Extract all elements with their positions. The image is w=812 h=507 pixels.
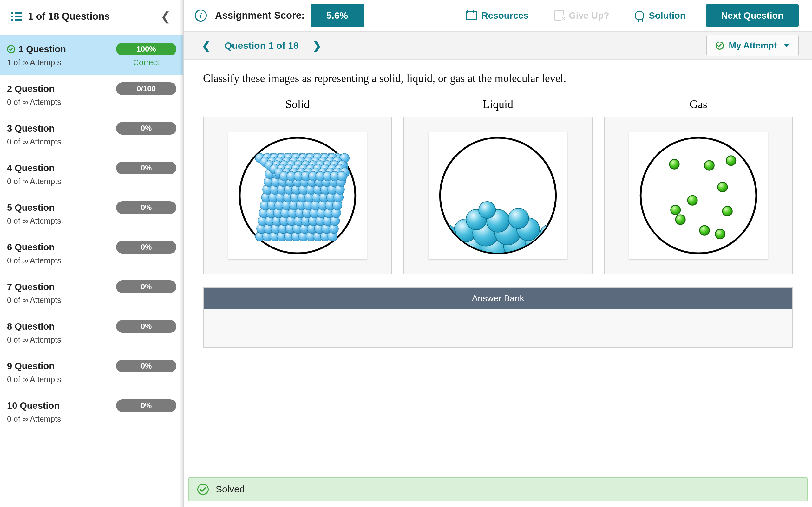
molecule-card-gas[interactable] bbox=[629, 132, 768, 259]
attempts-text: 0 of ∞ Attempts bbox=[7, 375, 176, 384]
next-question-arrow[interactable]: ❯ bbox=[304, 39, 329, 52]
list-icon bbox=[11, 12, 22, 21]
main: i Assignment Score: 5.6% Resources Give … bbox=[184, 0, 812, 507]
attempts-text: 0 of ∞ Attempts bbox=[7, 414, 176, 424]
svg-point-209 bbox=[722, 206, 732, 216]
question-name: 3 Question bbox=[7, 123, 116, 134]
sidebar: 1 of 18 Questions ❮ 1 Question 100% 1 of… bbox=[0, 0, 184, 507]
score-pill: 0% bbox=[116, 162, 176, 174]
assignment-score-value: 5.6% bbox=[310, 4, 364, 27]
attempts-text: 0 of ∞ Attempts bbox=[7, 335, 176, 344]
resources-button[interactable]: Resources bbox=[453, 0, 541, 31]
collapse-sidebar-button[interactable]: ❮ bbox=[157, 9, 174, 23]
question-list-item[interactable]: 2 Question 0/100 0 of ∞ Attempts bbox=[0, 75, 183, 114]
question-list-item[interactable]: 7 Question 0% 0 of ∞ Attempts bbox=[0, 273, 183, 313]
bulb-icon bbox=[635, 11, 644, 20]
attempts-text: 0 of ∞ Attempts bbox=[7, 216, 176, 226]
attempts-text: 0 of ∞ Attempts bbox=[7, 98, 176, 107]
molecule-card-solid[interactable] bbox=[228, 132, 367, 259]
status-label: Correct bbox=[116, 58, 176, 67]
svg-point-208 bbox=[676, 215, 685, 224]
caret-down-icon bbox=[784, 44, 790, 47]
score-pill: 0/100 bbox=[116, 82, 176, 95]
question-list-item[interactable]: 4 Question 0% 0 of ∞ Attempts bbox=[0, 154, 183, 193]
svg-point-200 bbox=[478, 202, 496, 218]
svg-point-198 bbox=[438, 224, 456, 244]
question-name: 4 Question bbox=[7, 163, 116, 173]
question-list-item[interactable]: 1 Question 100% 1 of ∞ Attempts Correct bbox=[0, 35, 183, 75]
score-pill: 0% bbox=[116, 360, 176, 372]
status-footer: Solved bbox=[189, 477, 808, 501]
attempts-text: 0 of ∞ Attempts bbox=[7, 177, 176, 186]
question-name: 5 Question bbox=[7, 203, 116, 213]
question-list-item[interactable]: 5 Question 0% 0 of ∞ Attempts bbox=[0, 193, 183, 233]
attempts-text: 1 of ∞ Attempts bbox=[7, 58, 116, 67]
next-question-button[interactable]: Next Question bbox=[706, 4, 799, 26]
attempts-text: 0 of ∞ Attempts bbox=[7, 296, 176, 305]
svg-point-203 bbox=[705, 161, 714, 170]
question-name: 6 Question bbox=[7, 242, 116, 252]
attempts-text: 0 of ∞ Attempts bbox=[7, 137, 176, 147]
info-icon[interactable]: i bbox=[195, 9, 207, 21]
check-icon bbox=[7, 45, 15, 53]
drop-zone-solid[interactable]: Solid bbox=[203, 98, 392, 274]
give-up-icon bbox=[554, 10, 564, 20]
give-up-button: Give Up? bbox=[541, 0, 622, 31]
question-content: Classify these images as representing a … bbox=[184, 60, 812, 507]
prev-question-arrow[interactable]: ❮ bbox=[194, 39, 219, 52]
question-list-item[interactable]: 3 Question 0% 0 of ∞ Attempts bbox=[0, 114, 183, 154]
subbar: ❮ Question 1 of 18 ❯ My Attempt bbox=[184, 32, 812, 60]
question-name: 7 Question bbox=[7, 282, 116, 292]
answer-bank[interactable]: Answer Bank bbox=[203, 287, 793, 348]
question-name: 9 Question bbox=[7, 361, 116, 372]
svg-point-199 bbox=[540, 224, 558, 244]
score-pill: 100% bbox=[116, 43, 176, 55]
question-name: 2 Question bbox=[7, 83, 116, 94]
folder-icon bbox=[466, 11, 477, 20]
drop-zone-gas[interactable]: Gas bbox=[604, 98, 793, 274]
question-number: Question 1 of 18 bbox=[219, 40, 304, 51]
question-name: 8 Question bbox=[7, 321, 116, 332]
sidebar-header: 1 of 18 Questions ❮ bbox=[0, 0, 183, 35]
assignment-score-label: Assignment Score: bbox=[215, 10, 305, 21]
attempt-dropdown[interactable]: My Attempt bbox=[706, 35, 799, 56]
drop-zone-liquid[interactable]: Liquid bbox=[403, 98, 593, 274]
status-text: Solved bbox=[216, 484, 245, 495]
score-pill: 0% bbox=[116, 201, 176, 214]
svg-point-206 bbox=[688, 195, 697, 205]
score-pill: 0% bbox=[116, 280, 176, 293]
question-list-item[interactable]: 6 Question 0% 0 of ∞ Attempts bbox=[0, 233, 183, 273]
svg-point-205 bbox=[718, 182, 727, 192]
svg-point-201 bbox=[641, 138, 757, 253]
question-list-item[interactable]: 8 Question 0% 0 of ∞ Attempts bbox=[0, 313, 183, 352]
sidebar-title: 1 of 18 Questions bbox=[28, 11, 157, 22]
score-pill: 0% bbox=[116, 320, 176, 333]
answer-bank-header: Answer Bank bbox=[204, 288, 792, 309]
question-list-item[interactable]: 9 Question 0% 0 of ∞ Attempts bbox=[0, 352, 183, 392]
svg-point-207 bbox=[671, 205, 680, 215]
check-icon bbox=[197, 484, 209, 495]
solution-button[interactable]: Solution bbox=[622, 0, 698, 31]
molecule-card-liquid[interactable] bbox=[428, 132, 567, 259]
question-list[interactable]: 1 Question 100% 1 of ∞ Attempts Correct … bbox=[0, 35, 183, 507]
question-prompt: Classify these images as representing a … bbox=[203, 72, 793, 85]
svg-point-204 bbox=[726, 156, 735, 165]
score-pill: 0% bbox=[116, 399, 176, 412]
score-pill: 0% bbox=[116, 241, 176, 253]
answer-bank-body[interactable] bbox=[204, 309, 792, 347]
svg-point-202 bbox=[670, 159, 679, 169]
svg-point-197 bbox=[508, 208, 529, 229]
topbar: i Assignment Score: 5.6% Resources Give … bbox=[184, 0, 812, 32]
question-name: 10 Question bbox=[7, 400, 116, 411]
question-name: 1 Question bbox=[18, 44, 116, 55]
attempts-text: 0 of ∞ Attempts bbox=[7, 256, 176, 265]
score-pill: 0% bbox=[116, 122, 176, 135]
question-list-item[interactable]: 10 Question 0% 0 of ∞ Attempts bbox=[0, 392, 183, 431]
svg-point-211 bbox=[715, 229, 725, 239]
drop-zones: Solid bbox=[203, 98, 793, 274]
svg-point-183 bbox=[337, 171, 347, 181]
svg-point-210 bbox=[700, 226, 709, 235]
check-icon bbox=[716, 42, 724, 50]
